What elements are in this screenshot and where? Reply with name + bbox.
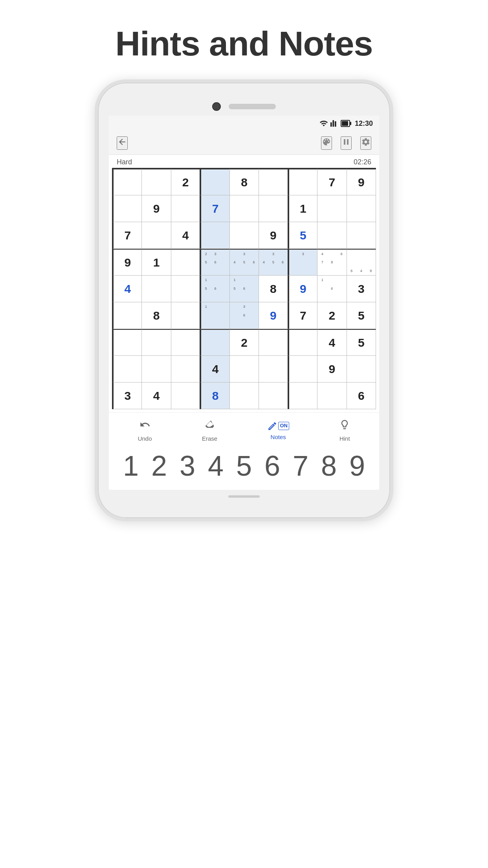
cell-3-8[interactable]: 648: [347, 249, 376, 276]
cell-2-8[interactable]: [347, 222, 376, 249]
cell-3-7[interactable]: 4678: [317, 249, 347, 276]
cell-4-0[interactable]: 4: [113, 276, 142, 302]
cell-1-2[interactable]: [171, 195, 200, 222]
cell-4-2[interactable]: [171, 276, 200, 302]
cell-1-6[interactable]: 1: [288, 195, 317, 222]
cell-3-1[interactable]: 1: [142, 249, 171, 276]
numpad-key-3[interactable]: 3: [174, 450, 201, 482]
cell-3-6[interactable]: 3: [288, 249, 317, 276]
cell-3-3[interactable]: 2356: [200, 249, 229, 276]
cell-4-7[interactable]: 16: [317, 276, 347, 302]
cell-2-2[interactable]: 4: [171, 222, 200, 249]
cell-4-6[interactable]: 9: [288, 276, 317, 302]
cell-5-4[interactable]: 36: [230, 302, 259, 329]
cell-7-3[interactable]: 4: [200, 356, 229, 383]
cell-5-8[interactable]: 5: [347, 302, 376, 329]
cell-0-6[interactable]: [288, 169, 317, 195]
cell-0-7[interactable]: 7: [317, 169, 347, 195]
cell-3-4[interactable]: 3456: [230, 249, 259, 276]
cell-2-1[interactable]: [142, 222, 171, 249]
cell-0-1[interactable]: [142, 169, 171, 195]
numpad-key-1[interactable]: 1: [117, 450, 144, 482]
cell-6-3[interactable]: [200, 329, 229, 356]
cell-2-6[interactable]: 5: [288, 222, 317, 249]
settings-button[interactable]: [360, 136, 371, 150]
back-button[interactable]: [117, 136, 128, 150]
cell-6-8[interactable]: 5: [347, 329, 376, 356]
cell-5-0[interactable]: [113, 302, 142, 329]
numpad-key-5[interactable]: 5: [231, 450, 257, 482]
numpad-key-2[interactable]: 2: [146, 450, 172, 482]
numpad-key-6[interactable]: 6: [259, 450, 286, 482]
cell-7-2[interactable]: [171, 356, 200, 383]
cell-1-5[interactable]: [259, 195, 288, 222]
cell-7-0[interactable]: [113, 356, 142, 383]
pause-button[interactable]: [341, 136, 352, 150]
cell-3-2[interactable]: [171, 249, 200, 276]
cell-5-6[interactable]: 7: [288, 302, 317, 329]
cell-2-4[interactable]: [230, 222, 259, 249]
cell-1-8[interactable]: [347, 195, 376, 222]
cell-2-3[interactable]: [200, 222, 229, 249]
cell-8-1[interactable]: 4: [142, 383, 171, 409]
cell-1-0[interactable]: [113, 195, 142, 222]
cell-6-2[interactable]: [171, 329, 200, 356]
numpad-key-7[interactable]: 7: [287, 450, 314, 482]
cell-0-5[interactable]: [259, 169, 288, 195]
cell-6-6[interactable]: [288, 329, 317, 356]
cell-1-3[interactable]: 7: [200, 195, 229, 222]
erase-button[interactable]: Erase: [202, 419, 217, 442]
cell-0-3[interactable]: [200, 169, 229, 195]
cell-5-2[interactable]: [171, 302, 200, 329]
cell-0-0[interactable]: [113, 169, 142, 195]
cell-4-3[interactable]: 156: [200, 276, 229, 302]
cell-8-7[interactable]: [317, 383, 347, 409]
numpad-key-9[interactable]: 9: [344, 450, 371, 482]
hint-button[interactable]: Hint: [339, 419, 350, 442]
cell-5-1[interactable]: 8: [142, 302, 171, 329]
cell-7-5[interactable]: [259, 356, 288, 383]
cell-8-5[interactable]: [259, 383, 288, 409]
numpad-key-8[interactable]: 8: [316, 450, 342, 482]
cell-6-1[interactable]: [142, 329, 171, 356]
cell-1-1[interactable]: 9: [142, 195, 171, 222]
cell-1-7[interactable]: [317, 195, 347, 222]
cell-2-0[interactable]: 7: [113, 222, 142, 249]
cell-4-1[interactable]: [142, 276, 171, 302]
cell-8-0[interactable]: 3: [113, 383, 142, 409]
cell-3-5[interactable]: 3456: [259, 249, 288, 276]
cell-2-5[interactable]: 9: [259, 222, 288, 249]
cell-4-8[interactable]: 3: [347, 276, 376, 302]
cell-4-5[interactable]: 8: [259, 276, 288, 302]
cell-3-0[interactable]: 9: [113, 249, 142, 276]
cell-6-4[interactable]: 2: [230, 329, 259, 356]
cell-1-4[interactable]: [230, 195, 259, 222]
undo-button[interactable]: Undo: [138, 419, 152, 442]
cell-5-3[interactable]: 1: [200, 302, 229, 329]
cell-8-8[interactable]: 6: [347, 383, 376, 409]
cell-8-4[interactable]: [230, 383, 259, 409]
sudoku-grid[interactable]: 2879971749591235634563456346786484156156…: [112, 168, 376, 409]
cell-0-4[interactable]: 8: [230, 169, 259, 195]
cell-8-6[interactable]: [288, 383, 317, 409]
cell-8-2[interactable]: [171, 383, 200, 409]
cell-4-4[interactable]: 156: [230, 276, 259, 302]
numpad-key-4[interactable]: 4: [202, 450, 229, 482]
cell-0-2[interactable]: 2: [171, 169, 200, 195]
cell-7-6[interactable]: [288, 356, 317, 383]
notes-button[interactable]: ON Notes: [267, 421, 289, 440]
cell-6-7[interactable]: 4: [317, 329, 347, 356]
cell-5-5[interactable]: 9: [259, 302, 288, 329]
cell-7-4[interactable]: [230, 356, 259, 383]
cell-6-0[interactable]: [113, 329, 142, 356]
cell-2-7[interactable]: [317, 222, 347, 249]
cell-7-1[interactable]: [142, 356, 171, 383]
cell-6-5[interactable]: [259, 329, 288, 356]
palette-button[interactable]: [321, 136, 332, 150]
cell-7-8[interactable]: [347, 356, 376, 383]
cell-8-3[interactable]: 8: [200, 383, 229, 409]
cell-5-7[interactable]: 2: [317, 302, 347, 329]
cell-7-7[interactable]: 9: [317, 356, 347, 383]
cell-0-8[interactable]: 9: [347, 169, 376, 195]
note-4-4-1: 1: [230, 276, 239, 284]
